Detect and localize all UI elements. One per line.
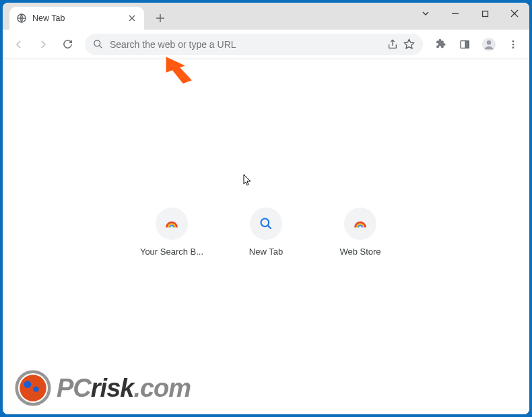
maximize-button[interactable]: [470, 3, 500, 24]
svg-point-12: [20, 375, 46, 402]
search-icon: [93, 39, 103, 49]
svg-point-8: [512, 43, 514, 45]
menu-icon[interactable]: [502, 34, 524, 55]
shortcut-your-search[interactable]: Your Search B...: [138, 207, 205, 257]
svg-point-6: [487, 40, 491, 44]
svg-rect-1: [482, 11, 488, 16]
window-controls: [411, 3, 529, 24]
browser-tab[interactable]: New Tab: [9, 7, 144, 30]
watermark-text: PCrisk.com: [57, 374, 191, 403]
shortcut-tile: [250, 207, 282, 240]
shortcut-tile: [156, 207, 188, 240]
content-area: Your Search B... New Tab Web Store: [3, 59, 529, 414]
globe-icon: [16, 13, 27, 24]
close-window-button[interactable]: [500, 3, 529, 24]
svg-point-14: [33, 387, 38, 392]
shortcut-tile: [344, 207, 376, 240]
rainbow-icon: [164, 216, 179, 231]
shortcut-label: New Tab: [249, 247, 283, 257]
browser-window: New Tab: [3, 3, 529, 414]
shortcut-web-store[interactable]: Web Store: [327, 207, 394, 257]
search-icon: [259, 217, 273, 230]
titlebar: New Tab: [3, 3, 529, 30]
svg-point-2: [94, 40, 100, 46]
forward-button[interactable]: [32, 34, 54, 55]
svg-point-9: [512, 46, 514, 49]
toolbar: [3, 30, 529, 59]
minimize-button[interactable]: [440, 3, 470, 24]
share-icon[interactable]: [387, 39, 398, 50]
cursor-icon: [243, 174, 253, 186]
address-input[interactable]: [110, 39, 382, 50]
svg-point-13: [24, 381, 32, 388]
shortcut-label: Web Store: [339, 247, 380, 257]
rainbow-icon: [353, 216, 368, 231]
bookmark-star-icon[interactable]: [403, 38, 415, 50]
address-bar[interactable]: [85, 34, 423, 55]
reload-button[interactable]: [57, 34, 78, 55]
back-button[interactable]: [8, 34, 30, 55]
svg-point-7: [512, 40, 514, 42]
sidepanel-icon[interactable]: [454, 34, 475, 55]
extensions-icon[interactable]: [430, 34, 451, 55]
watermark: PCrisk.com: [15, 370, 191, 406]
tab-title: New Tab: [32, 13, 127, 23]
shortcuts-row: Your Search B... New Tab Web Store: [138, 207, 394, 257]
profile-avatar[interactable]: [478, 34, 500, 55]
annotation-arrow-icon: [164, 53, 196, 90]
svg-point-10: [261, 219, 269, 227]
watermark-logo-icon: [15, 370, 51, 406]
svg-rect-4: [465, 40, 469, 48]
shortcut-label: Your Search B...: [140, 247, 203, 257]
new-tab-button[interactable]: [151, 9, 170, 28]
shortcut-new-tab[interactable]: New Tab: [232, 207, 300, 257]
close-tab-icon[interactable]: [127, 13, 137, 24]
chevron-down-icon[interactable]: [411, 3, 440, 24]
